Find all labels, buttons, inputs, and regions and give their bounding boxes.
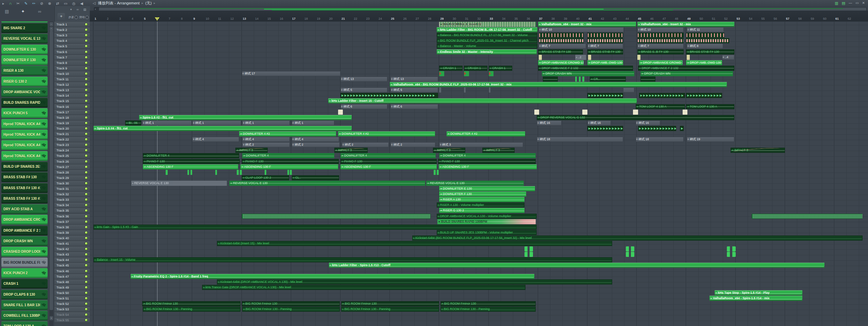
slide-checkbox[interactable]: 滑动 [79, 15, 89, 19]
playlist-clip[interactable]: ≡样式 5 [340, 87, 387, 93]
track-row[interactable]: Track 28 [54, 170, 90, 175]
playlist-clip[interactable]: ≡样式 6 [390, 104, 438, 109]
playlist-clip[interactable]: ↠DOWNLIFTER 4 #2 [338, 131, 435, 136]
playlist-clip[interactable]: ↠RISER A 130 [439, 197, 524, 202]
track-enable-led[interactable] [85, 133, 87, 135]
track-enable-led[interactable] [85, 248, 87, 250]
playlist-clip[interactable]: ∞Endless Smile 32 - Master - Intensity [437, 49, 537, 54]
picker-item[interactable]: BUILD UP SNARES 2ES.. [1, 162, 48, 172]
playlist-clip[interactable] [637, 33, 684, 38]
playlist-clip[interactable]: ∞DROP AMBIANCE VOCAL A 130 - Volume mult… [437, 214, 537, 219]
playlist-clip[interactable]: ≡样式 4 [192, 137, 239, 142]
playlist-clip[interactable]: ≡样式 8 [687, 44, 723, 49]
detach-arrow-icon[interactable]: ▸ [2, 0, 4, 6]
track-row[interactable]: Track 25 [54, 153, 90, 159]
track-row[interactable]: Track 31 [54, 186, 90, 192]
playlist-clip[interactable]: ≡样式 17 [242, 71, 340, 76]
minimize-icon[interactable]: — [849, 0, 852, 6]
playlist-clip[interactable]: ↠TOM LOOP 4 130 A [636, 104, 685, 109]
track-row[interactable]: Track 21 [54, 131, 90, 137]
playlist-clip[interactable] [640, 77, 655, 82]
track-row[interactable]: Track 37 [54, 219, 90, 225]
track-row[interactable]: Track 22 [54, 137, 90, 142]
track-enable-led[interactable] [85, 303, 87, 305]
playlist-clip[interactable]: ↠BIG ROOM Fminor 130 [142, 301, 240, 306]
track-row[interactable]: Track 46 [54, 268, 90, 274]
track-enable-led[interactable] [85, 177, 87, 179]
playlist-clip[interactable] [539, 55, 542, 60]
mini-view-icon[interactable]: ▥ [835, 0, 838, 6]
playlist-clip[interactable]: ≡样式 11 [687, 27, 724, 32]
playlist-clip[interactable]: ↠BIG ROOM Fminor 130 [341, 301, 439, 306]
picker-item[interactable]: Hprod TONAL KICK A4.. [1, 140, 48, 150]
mute-icon[interactable]: ⊗ [48, 0, 51, 6]
playlist-clip[interactable]: ∞kHs Ladder Filter - Insert 15 - Cutoff [328, 98, 637, 103]
track-enable-led[interactable] [85, 259, 87, 261]
track-enable-led[interactable] [85, 34, 87, 36]
playlist-clip[interactable]: ↠DOWNLIFTER F 130 [439, 192, 526, 197]
track-enable-led[interactable] [85, 154, 87, 157]
playlist-clip[interactable]: ↠DOWNLIFTER 4 [143, 153, 239, 158]
track-enable-led[interactable] [85, 193, 87, 195]
track-enable-led[interactable] [85, 253, 87, 256]
playlist-clip[interactable]: ↠DROP AMBIANCE CROWD 130 [538, 60, 584, 65]
playlist-clip[interactable] [626, 252, 634, 257]
track-row[interactable]: Track 51 [54, 296, 90, 301]
playlist-clip[interactable] [587, 33, 623, 38]
picker-item[interactable]: DROP AMBIANCE F 2 1.. [1, 226, 48, 235]
playlist-clip[interactable]: ↠REVERSE VOCAL E 130 [426, 181, 524, 186]
picker-item[interactable]: BIG ROOM BUNDLE FLP_2.. [1, 258, 48, 267]
playlist-clip[interactable]: ↠BI.. 06 [125, 120, 141, 126]
track-row[interactable]: Track 32 [54, 192, 90, 197]
picker-item[interactable]: KICK PUNCH 2 [1, 268, 48, 278]
playlist-clip[interactable] [464, 87, 466, 93]
playlist-clip[interactable]: ↠PIANO F 130 [340, 159, 437, 164]
playlist-clip[interactable]: ≡样式 4 [292, 137, 339, 142]
zoom-icon[interactable]: ◎ [72, 0, 76, 6]
track-row[interactable]: Track 55 [54, 317, 90, 323]
track-enable-led[interactable] [85, 29, 87, 31]
track-row[interactable]: Track 9 [54, 66, 90, 71]
playlist-clip[interactable]: ≡样式 16 [537, 120, 562, 126]
picker-item[interactable]: KICK PUNCH 5 [1, 108, 48, 118]
picker-item[interactable]: BRASS STAB F# 130 #2 [1, 183, 48, 193]
maximize-icon[interactable]: ▭ [855, 0, 858, 6]
playlist-clip[interactable]: ↠DROP CRASH WN [640, 71, 733, 76]
playlist-clip[interactable]: ≡样式 7 [637, 44, 684, 49]
track-enable-led[interactable] [85, 51, 87, 53]
playlist-clip[interactable]: ↠BUILD SNARES RAPID 130BPM [437, 219, 536, 224]
track-enable-led[interactable] [85, 308, 87, 310]
playlist-clip[interactable] [439, 71, 444, 76]
track-enable-led[interactable] [85, 215, 87, 217]
playlist-clip[interactable]: ≡样式 1 [142, 120, 191, 126]
picker-item[interactable]: TOM LOOP 4 130 A [1, 321, 48, 326]
track-enable-led[interactable] [85, 122, 87, 124]
track-row[interactable]: Track 52 [54, 301, 90, 307]
playlist-clip[interactable]: ↠BRASS S..B F# 130 [637, 49, 684, 54]
playlist-clip[interactable]: ↠PIANO F 130 [143, 159, 240, 164]
track-row[interactable]: Track 5 [54, 44, 90, 49]
playback-icon[interactable]: ◀ [80, 0, 83, 6]
playlist-clip[interactable]: ↠BIG ROOM Fminor 130 [242, 301, 340, 306]
playlist-clip[interactable]: ≡样式 2 [342, 142, 389, 147]
playlist-clip[interactable]: ≡样式 13 [390, 77, 438, 82]
track-enable-led[interactable] [85, 221, 87, 223]
slip-icon[interactable]: ⇄ [56, 0, 59, 6]
playlist-clip[interactable] [464, 71, 469, 76]
playlist-clip[interactable]: ▶▶▶▶▶▶▶▶▶▶▶▶▶▶▶ [639, 93, 685, 98]
playlist-clip[interactable]: ≡样式 1 [292, 120, 334, 126]
add-button[interactable]: + [57, 13, 65, 20]
playlist-clip[interactable]: ↠BRASS STAB F# 130 [587, 49, 623, 54]
playlist-clip[interactable] [240, 170, 241, 175]
picker-item[interactable]: CRASHED DROP LOOP.. [1, 247, 48, 257]
playlist-clip[interactable]: ↠CRASH 1 [439, 66, 463, 71]
track-row[interactable]: Track 33 [54, 197, 90, 202]
automation-tab-icon[interactable]: ∞ [38, 9, 41, 14]
mini-grid-icon[interactable]: ▤ [842, 0, 845, 6]
playlist-clip[interactable]: ↠IMPACT 3 [433, 148, 465, 153]
playlist-clip[interactable] [439, 87, 441, 93]
playlist-clip[interactable] [582, 77, 584, 82]
track-row[interactable]: Track 3 [54, 33, 90, 38]
paint-brush-icon[interactable]: ✏ [32, 0, 35, 6]
playlist-clip[interactable] [633, 110, 638, 115]
